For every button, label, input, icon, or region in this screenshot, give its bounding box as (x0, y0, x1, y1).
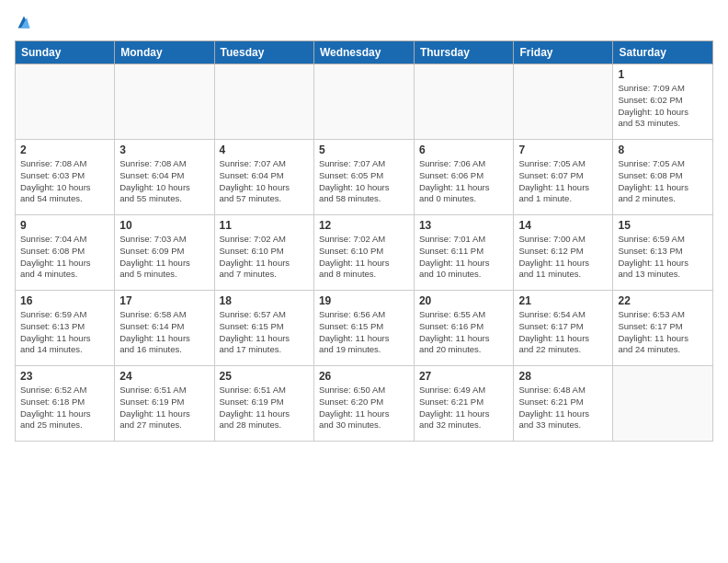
day-number: 15 (618, 219, 708, 232)
week-row-3: 9Sunrise: 7:04 AMSunset: 6:08 PMDaylight… (16, 215, 713, 291)
calendar-cell: 17Sunrise: 6:58 AMSunset: 6:14 PMDayligh… (115, 291, 214, 366)
calendar-cell: 1Sunrise: 7:09 AMSunset: 6:02 PMDaylight… (613, 64, 713, 140)
page: SundayMondayTuesdayWednesdayThursdayFrid… (0, 0, 728, 563)
day-info: Sunrise: 7:08 AMSunset: 6:04 PMDaylight:… (119, 158, 209, 205)
logo (15, 15, 31, 29)
day-number: 4 (220, 144, 309, 156)
day-number: 26 (319, 370, 409, 383)
calendar-cell: 8Sunrise: 7:05 AMSunset: 6:08 PMDaylight… (613, 140, 713, 215)
calendar-cell: 23Sunrise: 6:52 AMSunset: 6:18 PMDayligh… (16, 366, 115, 442)
col-header-saturday: Saturday (613, 41, 713, 64)
day-info: Sunrise: 7:08 AMSunset: 6:03 PMDaylight:… (20, 158, 109, 205)
calendar-cell: 7Sunrise: 7:05 AMSunset: 6:07 PMDaylight… (514, 140, 613, 215)
calendar-cell: 6Sunrise: 7:06 AMSunset: 6:06 PMDaylight… (414, 140, 514, 215)
calendar-cell: 26Sunrise: 6:50 AMSunset: 6:20 PMDayligh… (313, 366, 414, 442)
day-info: Sunrise: 7:05 AMSunset: 6:08 PMDaylight:… (618, 158, 708, 205)
calendar-cell (414, 64, 514, 140)
calendar-cell: 2Sunrise: 7:08 AMSunset: 6:03 PMDaylight… (16, 140, 115, 215)
calendar-cell: 14Sunrise: 7:00 AMSunset: 6:12 PMDayligh… (514, 215, 613, 291)
day-number: 27 (419, 370, 509, 383)
calendar-cell (514, 64, 613, 140)
day-info: Sunrise: 6:51 AMSunset: 6:19 PMDaylight:… (220, 385, 309, 431)
day-info: Sunrise: 6:56 AMSunset: 6:15 PMDaylight:… (319, 309, 409, 356)
day-number: 7 (518, 144, 608, 156)
calendar-cell: 28Sunrise: 6:48 AMSunset: 6:21 PMDayligh… (514, 366, 613, 442)
col-header-tuesday: Tuesday (214, 41, 313, 64)
day-number: 16 (20, 294, 109, 307)
calendar-cell: 25Sunrise: 6:51 AMSunset: 6:19 PMDayligh… (214, 366, 313, 442)
week-row-2: 2Sunrise: 7:08 AMSunset: 6:03 PMDaylight… (16, 140, 713, 215)
day-number: 6 (419, 144, 509, 156)
day-number: 24 (119, 370, 209, 383)
day-number: 8 (618, 144, 708, 156)
day-info: Sunrise: 7:00 AMSunset: 6:12 PMDaylight:… (518, 234, 608, 281)
calendar-cell (613, 366, 713, 442)
day-info: Sunrise: 7:07 AMSunset: 6:05 PMDaylight:… (319, 158, 409, 205)
day-info: Sunrise: 7:09 AMSunset: 6:02 PMDaylight:… (618, 83, 708, 130)
calendar-cell: 13Sunrise: 7:01 AMSunset: 6:11 PMDayligh… (414, 215, 514, 291)
week-row-5: 23Sunrise: 6:52 AMSunset: 6:18 PMDayligh… (16, 366, 713, 442)
day-info: Sunrise: 6:48 AMSunset: 6:21 PMDaylight:… (518, 385, 608, 431)
day-number: 22 (618, 294, 708, 307)
day-number: 21 (518, 294, 608, 307)
day-number: 11 (220, 219, 309, 232)
day-info: Sunrise: 7:03 AMSunset: 6:09 PMDaylight:… (119, 234, 209, 281)
day-number: 17 (119, 294, 209, 307)
day-info: Sunrise: 6:58 AMSunset: 6:14 PMDaylight:… (119, 309, 209, 356)
day-number: 3 (119, 144, 209, 156)
day-info: Sunrise: 6:49 AMSunset: 6:21 PMDaylight:… (419, 385, 509, 431)
day-info: Sunrise: 6:59 AMSunset: 6:13 PMDaylight:… (20, 309, 109, 356)
week-row-4: 16Sunrise: 6:59 AMSunset: 6:13 PMDayligh… (16, 291, 713, 366)
calendar-cell (16, 64, 115, 140)
calendar-cell: 20Sunrise: 6:55 AMSunset: 6:16 PMDayligh… (414, 291, 514, 366)
day-number: 5 (319, 144, 409, 156)
calendar-cell (214, 64, 313, 140)
day-info: Sunrise: 7:01 AMSunset: 6:11 PMDaylight:… (419, 234, 509, 281)
day-info: Sunrise: 6:59 AMSunset: 6:13 PMDaylight:… (618, 234, 708, 281)
day-number: 12 (319, 219, 409, 232)
day-number: 23 (20, 370, 109, 383)
day-number: 28 (518, 370, 608, 383)
calendar-cell: 21Sunrise: 6:54 AMSunset: 6:17 PMDayligh… (514, 291, 613, 366)
col-header-friday: Friday (514, 41, 613, 64)
calendar-cell: 22Sunrise: 6:53 AMSunset: 6:17 PMDayligh… (613, 291, 713, 366)
day-info: Sunrise: 7:02 AMSunset: 6:10 PMDaylight:… (319, 234, 409, 281)
header (15, 15, 713, 29)
day-number: 19 (319, 294, 409, 307)
calendar-cell: 10Sunrise: 7:03 AMSunset: 6:09 PMDayligh… (115, 215, 214, 291)
calendar-cell (313, 64, 414, 140)
day-number: 13 (419, 219, 509, 232)
day-info: Sunrise: 7:04 AMSunset: 6:08 PMDaylight:… (20, 234, 109, 281)
calendar-cell: 18Sunrise: 6:57 AMSunset: 6:15 PMDayligh… (214, 291, 313, 366)
calendar-cell: 27Sunrise: 6:49 AMSunset: 6:21 PMDayligh… (414, 366, 514, 442)
day-number: 2 (20, 144, 109, 156)
calendar: SundayMondayTuesdayWednesdayThursdayFrid… (15, 40, 713, 442)
day-info: Sunrise: 6:53 AMSunset: 6:17 PMDaylight:… (618, 309, 708, 356)
col-header-monday: Monday (115, 41, 214, 64)
day-number: 14 (518, 219, 608, 232)
logo-icon (17, 15, 31, 29)
calendar-header-row: SundayMondayTuesdayWednesdayThursdayFrid… (16, 41, 713, 64)
day-number: 20 (419, 294, 509, 307)
week-row-1: 1Sunrise: 7:09 AMSunset: 6:02 PMDaylight… (16, 64, 713, 140)
day-number: 18 (220, 294, 309, 307)
day-info: Sunrise: 7:06 AMSunset: 6:06 PMDaylight:… (419, 158, 509, 205)
day-info: Sunrise: 6:51 AMSunset: 6:19 PMDaylight:… (119, 385, 209, 431)
col-header-wednesday: Wednesday (313, 41, 414, 64)
day-number: 25 (220, 370, 309, 383)
calendar-cell (115, 64, 214, 140)
calendar-cell: 16Sunrise: 6:59 AMSunset: 6:13 PMDayligh… (16, 291, 115, 366)
day-info: Sunrise: 6:57 AMSunset: 6:15 PMDaylight:… (220, 309, 309, 356)
day-info: Sunrise: 6:50 AMSunset: 6:20 PMDaylight:… (319, 385, 409, 431)
calendar-cell: 4Sunrise: 7:07 AMSunset: 6:04 PMDaylight… (214, 140, 313, 215)
calendar-cell: 19Sunrise: 6:56 AMSunset: 6:15 PMDayligh… (313, 291, 414, 366)
day-number: 9 (20, 219, 109, 232)
calendar-cell: 5Sunrise: 7:07 AMSunset: 6:05 PMDaylight… (313, 140, 414, 215)
calendar-cell: 3Sunrise: 7:08 AMSunset: 6:04 PMDaylight… (115, 140, 214, 215)
day-info: Sunrise: 6:55 AMSunset: 6:16 PMDaylight:… (419, 309, 509, 356)
day-info: Sunrise: 7:02 AMSunset: 6:10 PMDaylight:… (220, 234, 309, 281)
day-info: Sunrise: 7:07 AMSunset: 6:04 PMDaylight:… (220, 158, 309, 205)
calendar-cell: 9Sunrise: 7:04 AMSunset: 6:08 PMDaylight… (16, 215, 115, 291)
col-header-thursday: Thursday (414, 41, 514, 64)
calendar-cell: 15Sunrise: 6:59 AMSunset: 6:13 PMDayligh… (613, 215, 713, 291)
